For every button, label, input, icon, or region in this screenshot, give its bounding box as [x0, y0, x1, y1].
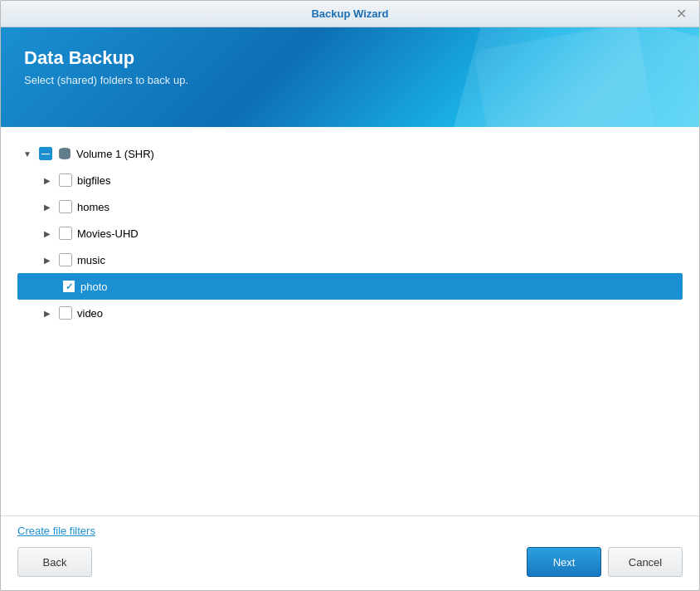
photo-label: photo	[80, 281, 108, 293]
bigfiles-label: bigfiles	[77, 174, 110, 187]
tree-item-music[interactable]: music	[37, 247, 683, 273]
header-banner: Data Backup Select (shared) folders to b…	[1, 27, 699, 127]
expand-music-icon[interactable]	[41, 253, 54, 266]
tree-item-video[interactable]: video	[37, 300, 683, 326]
footer-area: Create file filters	[1, 515, 699, 537]
window-title: Backup Wizard	[27, 7, 673, 20]
movies-label: Movies-UHD	[77, 227, 139, 240]
banner-title: Data Backup	[24, 47, 676, 69]
music-label: music	[77, 254, 105, 266]
tree-item-homes[interactable]: homes	[37, 193, 683, 220]
tree-item-movies-uhd[interactable]: Movies-UHD	[37, 220, 683, 247]
folder-tree: Volume 1 (SHR) bigfiles homes	[17, 140, 683, 326]
tree-item-volume[interactable]: Volume 1 (SHR)	[17, 140, 683, 167]
database-icon	[57, 146, 72, 161]
expand-video-icon[interactable]	[41, 306, 54, 320]
movies-checkbox[interactable]	[59, 227, 72, 240]
bigfiles-checkbox[interactable]	[59, 173, 72, 187]
create-filters-link[interactable]: Create file filters	[17, 525, 95, 537]
close-button[interactable]: ✕	[673, 6, 689, 22]
expand-movies-icon[interactable]	[41, 227, 54, 240]
homes-checkbox[interactable]	[59, 200, 72, 213]
button-bar: Back Next Cancel	[1, 537, 699, 590]
back-button[interactable]: Back	[17, 547, 92, 577]
tree-item-photo[interactable]: photo	[17, 273, 683, 300]
expand-bigfiles-icon[interactable]	[41, 173, 54, 187]
music-checkbox[interactable]	[59, 253, 72, 266]
backup-wizard-window: Backup Wizard ✕ Data Backup Select (shar…	[0, 0, 700, 591]
photo-checkbox[interactable]	[62, 280, 75, 293]
tree-item-bigfiles[interactable]: bigfiles	[37, 167, 683, 193]
title-bar: Backup Wizard ✕	[1, 1, 699, 27]
expand-volume-icon[interactable]	[21, 147, 34, 160]
content-area: Volume 1 (SHR) bigfiles homes	[1, 127, 699, 515]
video-label: video	[77, 307, 103, 320]
right-buttons: Next Cancel	[527, 547, 683, 577]
homes-label: homes	[77, 201, 109, 213]
volume-label: Volume 1 (SHR)	[76, 148, 154, 160]
cancel-button[interactable]: Cancel	[608, 547, 683, 577]
video-checkbox[interactable]	[59, 306, 72, 320]
next-button[interactable]: Next	[527, 547, 601, 577]
volume-checkbox[interactable]	[39, 147, 52, 160]
banner-subtitle: Select (shared) folders to back up.	[24, 74, 676, 86]
expand-homes-icon[interactable]	[41, 200, 54, 213]
tree-children: bigfiles homes Movies-UHD	[17, 167, 683, 326]
